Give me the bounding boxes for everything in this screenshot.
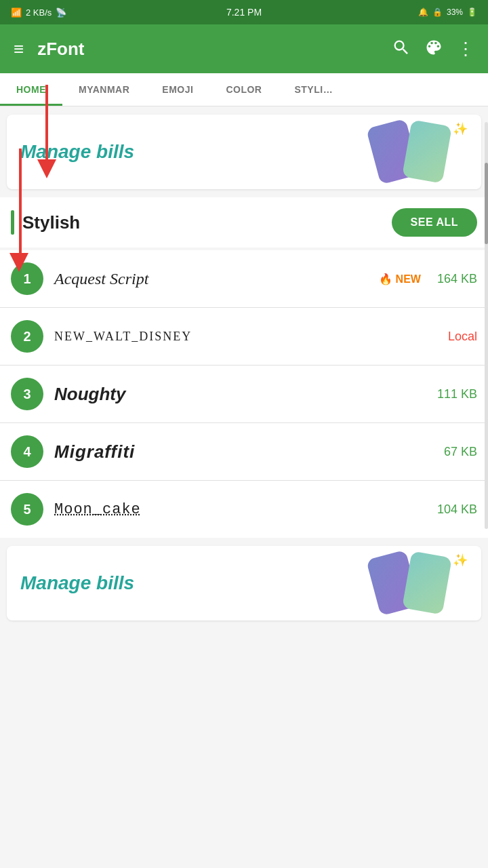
status-time: 7.21 PM	[226, 7, 262, 18]
tab-stylish[interactable]: STYLI…	[278, 73, 349, 106]
font-size-5: 104 KB	[437, 502, 477, 517]
font-name-2: New_Walt_Disney	[54, 330, 437, 344]
scrollbar-track[interactable]	[485, 122, 488, 529]
ad-image-bottom: ✨	[359, 553, 468, 614]
font-item[interactable]: 3 Noughty 111 KB	[0, 366, 488, 423]
menu-button[interactable]: ≡	[14, 40, 24, 58]
font-name-4: Migraffiti	[54, 441, 433, 462]
font-number-3: 3	[11, 378, 43, 410]
font-item[interactable]: 2 New_Walt_Disney Local	[0, 308, 488, 366]
font-number-2: 2	[11, 320, 43, 353]
tab-emoji[interactable]: EMOJI	[146, 73, 209, 106]
tab-myanmar[interactable]: MYANMAR	[62, 73, 146, 106]
search-button[interactable]	[392, 38, 411, 60]
font-size-3: 111 KB	[437, 387, 477, 401]
more-button[interactable]: ⋮	[457, 40, 474, 58]
status-bar: 📶 2 KB/s 📡 7.21 PM 🔔 🔒 33% 🔋	[0, 0, 488, 24]
battery-level: 33%	[447, 7, 463, 17]
scrollbar-thumb[interactable]	[485, 163, 488, 244]
font-size-1: 164 KB	[437, 272, 477, 286]
ad-banner-top[interactable]: Manage bills ✨	[7, 115, 481, 189]
tab-bar: HOME MYANMAR EMOJI COLOR STYLI…	[0, 73, 488, 106]
ad-image-top: ✨	[359, 121, 468, 182]
ad-text-bottom: Manage bills	[20, 572, 134, 594]
tab-color[interactable]: COLOR	[209, 73, 278, 106]
tab-home[interactable]: HOME	[0, 73, 62, 106]
status-right: 🔔 🔒 33% 🔋	[418, 7, 477, 17]
font-size-4: 67 KB	[444, 445, 477, 459]
font-name-1: Acquest Script	[54, 270, 368, 288]
section-border	[11, 210, 14, 235]
font-item[interactable]: 4 Migraffiti 67 KB	[0, 423, 488, 481]
arrow-head-1	[9, 253, 28, 272]
section-header: Stylish SEE ALL	[0, 197, 488, 248]
font-name-5: Moon_cake	[54, 501, 426, 518]
font-name-3: Noughty	[54, 384, 426, 405]
content: Manage bills ✨ Stylish SEE ALL 1 Acquest…	[0, 115, 488, 620]
sparkle-icon: ✨	[453, 121, 468, 136]
bell-icon: 🔔	[418, 7, 428, 17]
battery-icon: 🔋	[467, 7, 477, 17]
font-number-5: 5	[11, 493, 43, 526]
see-all-button[interactable]: SEE ALL	[392, 208, 477, 237]
font-number-4: 4	[11, 435, 43, 468]
wifi-icon: 📡	[56, 7, 66, 18]
sparkle-icon-bottom: ✨	[453, 553, 468, 568]
app-title: zFont	[37, 39, 378, 60]
font-list: 1 Acquest Script 🔥 NEW 164 KB 2 New_Walt…	[0, 250, 488, 538]
status-left: 📶 2 KB/s 📡	[11, 7, 66, 18]
ad-banner-bottom[interactable]: Manage bills ✨	[7, 546, 481, 620]
new-badge-1: 🔥 NEW	[379, 273, 421, 285]
app-bar: ≡ zFont ⋮	[0, 24, 488, 73]
app-bar-icons: ⋮	[392, 38, 474, 60]
signal-speed: 2 KB/s	[26, 7, 52, 18]
font-item[interactable]: 1 Acquest Script 🔥 NEW 164 KB	[0, 250, 488, 308]
signal-icon: 📶	[11, 7, 22, 18]
font-item[interactable]: 5 Moon_cake 104 KB	[0, 481, 488, 538]
ad-text-top: Manage bills	[20, 141, 134, 163]
section-title: Stylish	[22, 212, 80, 233]
palette-button[interactable]	[424, 38, 443, 60]
font-size-2: Local	[448, 330, 477, 344]
lock-icon: 🔒	[432, 7, 443, 17]
arrow-line-1	[19, 149, 22, 254]
